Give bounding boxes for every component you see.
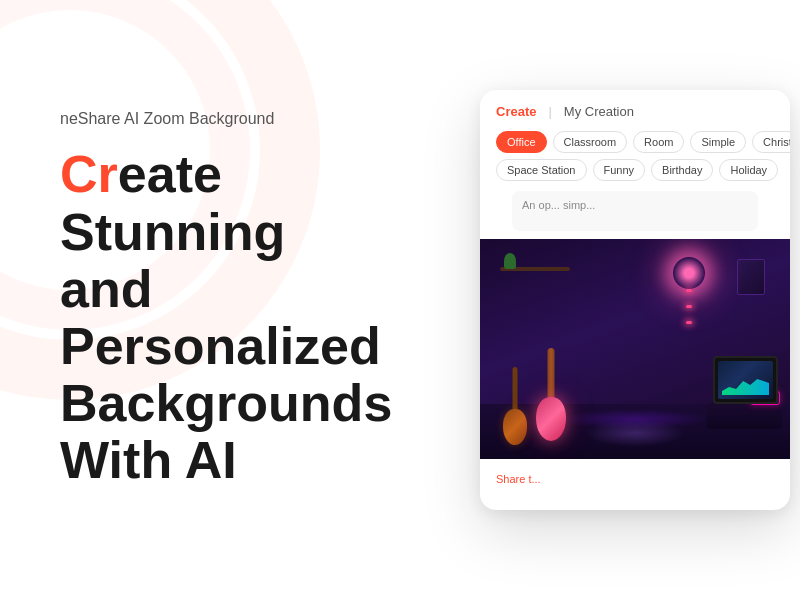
- tag-simple[interactable]: Simple: [690, 131, 746, 153]
- mockup-header: Create | My Creation Office Classroom Ro…: [480, 90, 790, 231]
- pendant-line-2: [686, 305, 692, 308]
- tags-row2: Space Station Funny Birthday Holiday: [496, 159, 774, 181]
- mockup-bottom: Share t...: [480, 459, 790, 499]
- headline-line3: Backgrounds With AI: [60, 374, 392, 489]
- nav-create[interactable]: Create: [496, 104, 536, 119]
- pendant-line-1: [686, 289, 692, 292]
- tag-christmas[interactable]: Christmas: [752, 131, 790, 153]
- tag-space-station[interactable]: Space Station: [496, 159, 587, 181]
- pendant-line-3: [686, 321, 692, 324]
- tag-birthday[interactable]: Birthday: [651, 159, 713, 181]
- guitar-electric-body: [536, 397, 566, 441]
- headline-highlight1: Cr: [60, 145, 118, 203]
- floor-glow: [560, 409, 710, 429]
- guitar-acoustic: [500, 365, 530, 445]
- shelf-plant: [504, 253, 516, 269]
- tv-screen: [718, 361, 773, 399]
- right-section: Create | My Creation Office Classroom Ro…: [480, 90, 790, 510]
- tag-classroom[interactable]: Classroom: [553, 131, 628, 153]
- tags-row1: Office Classroom Room Simple Christmas H…: [496, 131, 774, 153]
- headline-line2: and Personalized: [60, 260, 381, 375]
- room-scene: [480, 239, 790, 459]
- tag-funny[interactable]: Funny: [593, 159, 646, 181]
- tag-holiday[interactable]: Holiday: [719, 159, 778, 181]
- mockup-card: Create | My Creation Office Classroom Ro…: [480, 90, 790, 510]
- tv-stand: [707, 403, 782, 429]
- mockup-textarea-area: An op... simp...: [496, 191, 774, 231]
- mockup-room-image: [480, 239, 790, 459]
- pendant-lamp: [686, 289, 692, 324]
- neon-circle: [673, 257, 705, 289]
- guitar-acoustic-neck: [513, 367, 518, 415]
- nav-my-creation[interactable]: My Creation: [564, 104, 634, 119]
- app-label: neShare AI Zoom Background: [60, 110, 460, 128]
- chart-line: [722, 375, 769, 395]
- left-section: neShare AI Zoom Background Create Stunni…: [60, 110, 480, 489]
- mockup-textarea[interactable]: An op... simp...: [512, 191, 758, 231]
- mockup-nav: Create | My Creation: [496, 104, 774, 119]
- headline: Create Stunning and Personalized Backgro…: [60, 146, 460, 489]
- tag-room[interactable]: Room: [633, 131, 684, 153]
- guitar-acoustic-body: [503, 409, 527, 445]
- wall-art: [737, 259, 765, 295]
- guitar-electric: [532, 346, 570, 441]
- tag-office[interactable]: Office: [496, 131, 547, 153]
- tv-monitor: [713, 356, 778, 404]
- nav-divider: |: [548, 104, 551, 119]
- tv-chart: [722, 375, 769, 395]
- share-text[interactable]: Share t...: [496, 473, 541, 485]
- guitar-electric-neck: [548, 348, 555, 403]
